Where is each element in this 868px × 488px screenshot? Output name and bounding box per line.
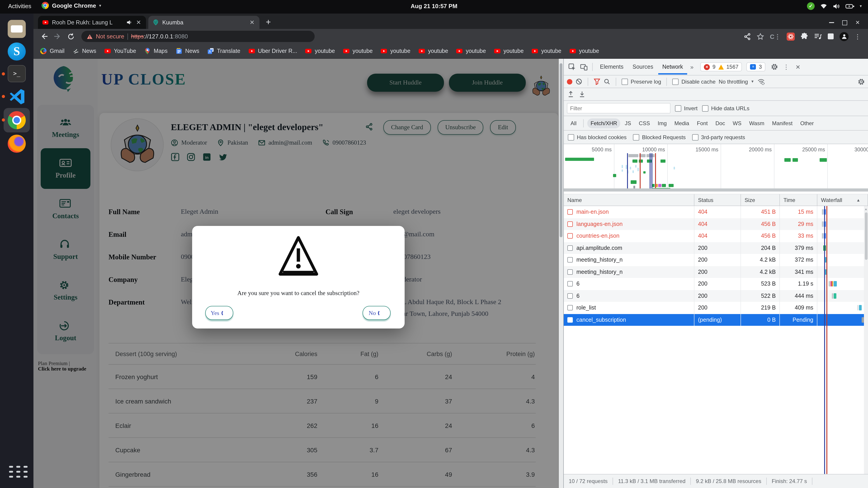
filter-input[interactable] [567,103,671,113]
browser-menu-kebab-icon[interactable]: ⋮ [855,33,861,40]
network-overview-timeline[interactable]: 5000 ms10000 ms15000 ms20000 ms25000 ms3… [564,144,868,192]
type-filter-js[interactable]: JS [622,118,634,128]
column-header-time[interactable]: Time [780,194,817,205]
scroll-up-icon[interactable]: ▲ [864,207,868,210]
record-button[interactable] [567,79,572,84]
audio-playing-icon[interactable] [126,20,132,25]
maximize-button[interactable] [842,20,847,25]
bookmark-youtube[interactable]: youtube [305,47,335,55]
column-header-waterfall[interactable]: Waterfall▲ [817,194,868,205]
type-filter-all[interactable]: All [567,118,580,128]
request-row-meeting-history-n[interactable]: meeting_history_n2004.2 kB341 ms [564,266,868,278]
forward-button[interactable] [52,31,63,42]
bookmark-gmail[interactable]: Gmail [40,47,64,55]
type-filter-media[interactable]: Media [671,118,692,128]
type-filter-manifest[interactable]: Manifest [769,118,796,128]
hide-data-urls-checkbox[interactable]: Hide data URLs [702,105,749,111]
no-button[interactable]: No [363,306,391,320]
blocked-requests-checkbox[interactable]: Blocked Requests [633,134,686,140]
bookmark-translate[interactable]: ⇄ATranslate [207,47,240,55]
request-row-6[interactable]: 6200523 B1.19 s [564,278,868,290]
dock-item-vscode[interactable] [8,88,26,106]
bookmark-youtube[interactable]: youtube [569,47,599,55]
profile-avatar-icon[interactable] [839,32,848,41]
bookmark-uber-driver-r-[interactable]: Uber Driver R... [248,47,297,55]
dock-item-firefox[interactable] [8,135,26,153]
type-filter-wasm[interactable]: Wasm [746,118,767,128]
invert-checkbox[interactable]: Invert [675,105,698,111]
type-filter-doc[interactable]: Doc [712,118,728,128]
bookmark-youtube[interactable]: youtube [456,47,486,55]
tab-rooh-de-rukh[interactable]: Rooh De Rukh: Laung L ✕ [38,16,146,29]
devtools-menu-kebab-icon[interactable]: ⋮ [781,61,792,72]
request-row-6[interactable]: 6200522 B444 ms [564,290,868,302]
request-row-countries-en-json[interactable]: countries-en.json404456 B33 ms [564,230,868,242]
show-applications-button[interactable] [9,465,29,478]
import-har-icon[interactable] [568,91,574,98]
throttling-dropdown[interactable]: No throttling▼ [719,78,754,85]
dock-item-skype[interactable]: S [8,42,26,61]
column-header-status[interactable]: Status [694,194,741,205]
type-filter-fetchxhr[interactable]: Fetch/XHR [587,118,620,128]
bookmark-youtube[interactable]: youtube [418,47,448,55]
scrollbar-thumb[interactable] [865,213,867,260]
system-tray[interactable]: ✓ ▾ [807,2,862,10]
bookmark-youtube[interactable]: youtube [380,47,410,55]
close-window-button[interactable]: ✕ [855,20,860,25]
type-filter-img[interactable]: Img [654,118,670,128]
devtools-close-icon[interactable]: ✕ [793,61,803,72]
search-icon[interactable] [603,78,610,85]
inspect-element-icon[interactable] [566,61,577,72]
playlist-icon[interactable] [814,33,822,40]
more-tabs-icon[interactable]: » [688,64,696,70]
type-filter-other[interactable]: Other [797,118,817,128]
dock-item-chrome[interactable] [8,111,26,129]
bookmark-youtube[interactable]: youtube [531,47,561,55]
extensions-puzzle-icon[interactable] [801,33,808,40]
clock[interactable]: Aug 21 10:57 PM [0,3,868,9]
export-har-icon[interactable] [579,91,585,98]
sidebar-square-icon[interactable] [828,33,834,39]
device-toolbar-icon[interactable] [578,61,589,72]
extension-c-icon[interactable]: C⋮ [770,33,781,40]
devtools-settings-gear-icon[interactable] [769,61,780,72]
devtools-tab-elements[interactable]: Elements [596,59,627,74]
scrollbar-thumb[interactable] [560,63,562,237]
bookmark-youtube[interactable]: youtube [343,47,373,55]
request-row-meeting-history-n[interactable]: meeting_history_n2004.2 kB372 ms [564,254,868,266]
network-settings-gear-icon[interactable] [858,78,865,85]
bookmark-youtube[interactable]: youtube [494,47,524,55]
dock-item-terminal[interactable]: >_ [8,65,26,83]
request-row-api-amplitude-com[interactable]: api.amplitude.com200204 B379 ms [564,242,868,254]
tab-close-icon[interactable]: ✕ [249,19,255,26]
column-header-name[interactable]: Name [564,194,694,205]
devtools-tab-sources[interactable]: Sources [628,59,657,74]
type-filter-ws[interactable]: WS [730,118,745,128]
column-header-size[interactable]: Size [741,194,780,205]
yes-button[interactable]: Yes [205,306,233,320]
bookmark-news[interactable]: News [175,47,199,55]
preserve-log-checkbox[interactable]: Preserve log [622,78,661,85]
request-row-languages-en-json[interactable]: languages-en.json404456 B29 ms [564,218,868,230]
bookmark-maps[interactable]: Maps [144,47,167,55]
bookmark-news[interactable]: News [72,47,96,55]
not-secure-warning-icon[interactable] [87,34,93,39]
page-scrollbar[interactable] [559,59,563,488]
tab-close-icon[interactable]: ✕ [135,19,142,26]
devtools-scrollbar[interactable]: ▲ [864,206,868,474]
clear-button[interactable] [576,78,582,85]
address-bar[interactable]: Not secure https://127.0.0.1:8080 [81,31,315,42]
network-conditions-icon[interactable] [757,78,765,85]
type-filter-css[interactable]: CSS [636,118,653,128]
reload-button[interactable] [65,31,77,42]
react-devtools-extension-icon[interactable] [786,32,795,40]
bookmark-youtube[interactable]: YouTube [104,47,136,55]
request-row-role-list[interactable]: role_list200219 B409 ms [564,302,868,314]
console-issues-badge[interactable]: ✕ 9 1567 [700,62,742,71]
messages-badge[interactable]: ≡ 3 [747,62,765,71]
filter-funnel-icon[interactable] [594,78,600,85]
minimize-button[interactable] [829,22,834,23]
share-icon[interactable] [744,33,751,40]
has-blocked-cookies-checkbox[interactable]: Has blocked cookies [568,134,627,140]
request-row-main-en-json[interactable]: main-en.json404451 B15 ms [564,206,868,218]
